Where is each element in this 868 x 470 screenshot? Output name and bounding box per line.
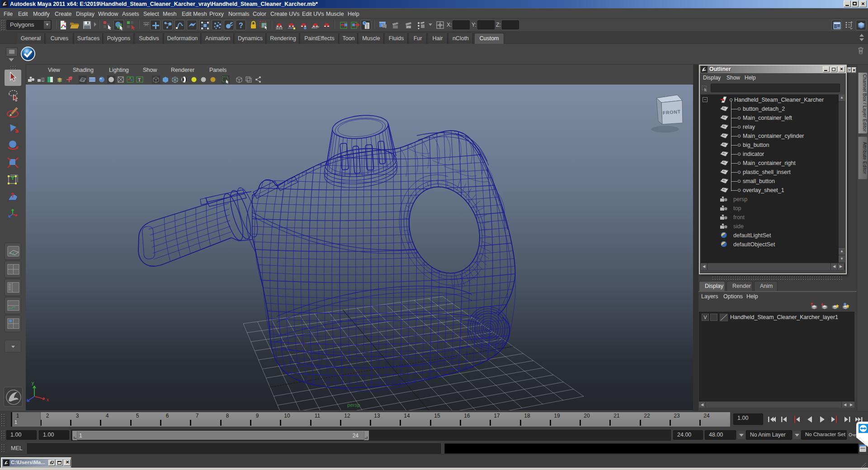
svg-text:persp: persp [347, 402, 360, 408]
svg-text:?: ? [239, 22, 243, 29]
svg-text:IPR: IPR [406, 26, 411, 28]
svg-text:T: T [138, 77, 141, 82]
svg-text:y: y [32, 381, 34, 385]
svg-text:x: x [47, 397, 49, 402]
